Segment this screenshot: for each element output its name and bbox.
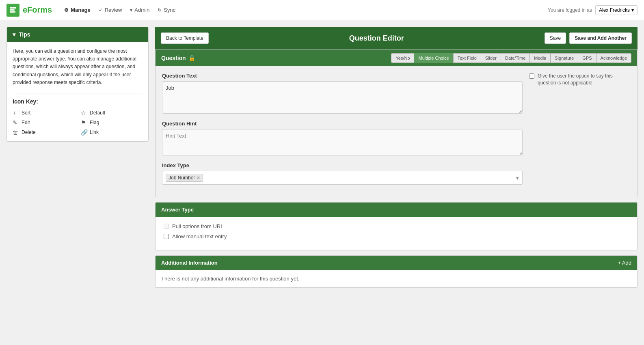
question-hint-input[interactable]	[162, 129, 523, 155]
save-add-another-button[interactable]: Save and Add Another	[569, 32, 632, 44]
na-option-group: Give the user the option to say this que…	[529, 73, 631, 86]
user-menu-button[interactable]: Alex Fredricks ▾	[595, 5, 638, 15]
icon-key-edit: ✎ Edit	[13, 119, 74, 126]
star-icon: ☆	[81, 110, 87, 116]
icon-key-title: Icon Key:	[13, 98, 143, 105]
tab-gps[interactable]: GPS	[578, 53, 596, 63]
tab-acknowledge[interactable]: Acknowledge	[596, 53, 631, 63]
na-label: Give the user the option to say this que…	[538, 73, 631, 86]
app-logo: eForms	[6, 4, 52, 17]
icon-key-sort: + Sort	[13, 110, 74, 116]
tab-yes-no[interactable]: Yes/No	[391, 53, 414, 63]
answer-type-body: Pull options from URL Allow manual text …	[156, 217, 637, 250]
question-text-input[interactable]: Job	[162, 81, 523, 114]
index-type-select[interactable]: Job Number ✕ ▾	[162, 171, 523, 185]
svg-rect-0	[10, 7, 16, 9]
question-hint-label: Question Hint	[162, 121, 523, 127]
pull-options-checkbox[interactable]	[164, 224, 169, 229]
question-body: Question Text Job Question Hint Index Ty…	[156, 66, 637, 197]
additional-info-header: Additional Information + Add	[156, 256, 637, 270]
tab-datetime[interactable]: Date/Time	[501, 53, 529, 63]
header-buttons: Save Save and Add Another	[545, 32, 632, 44]
top-nav: eForms ⚙ Manage ✓ Review ▾ Admin ↻ Sync …	[0, 0, 644, 20]
answer-type-header: Answer Type	[156, 203, 637, 217]
remove-tag-button[interactable]: ✕	[197, 175, 200, 181]
main-layout: ▾ Tips Here, you can edit a question and…	[0, 20, 644, 345]
sync-icon: ↻	[158, 7, 162, 13]
question-text-group: Question Text Job	[162, 73, 523, 115]
index-type-label: Index Type	[162, 162, 523, 168]
index-type-group: Index Type Job Number ✕ ▾	[162, 162, 523, 185]
pull-options-label: Pull options from URL	[172, 223, 223, 229]
icon-key-grid: + Sort ☆ Default ✎ Edit ⚑ Flag	[13, 110, 143, 136]
tab-multiple-choice[interactable]: Multiple Choice	[414, 53, 453, 63]
tips-text: Here, you can edit a question and config…	[13, 47, 143, 86]
pull-options-row: Pull options from URL	[164, 223, 629, 229]
answer-type-tabs: Yes/No Multiple Choice Text Field Slider…	[391, 53, 631, 63]
question-side: Give the user the option to say this que…	[529, 73, 631, 190]
question-section: Question 🔒 Yes/No Multiple Choice Text F…	[155, 50, 638, 197]
tips-body: Here, you can edit a question and config…	[7, 42, 148, 141]
nav-right: You are logged in as Alex Fredricks ▾	[548, 5, 638, 15]
dropdown-arrow-icon: ▾	[516, 175, 519, 181]
allow-manual-row: Allow manual text entry	[164, 233, 629, 239]
index-tag: Job Number ✕	[166, 174, 203, 182]
trash-icon: 🗑	[13, 129, 19, 136]
allow-manual-checkbox[interactable]	[164, 234, 169, 239]
question-section-title: Question 🔒	[161, 55, 195, 61]
icon-key-delete: 🗑 Delete	[13, 129, 74, 136]
nav-admin[interactable]: ▾ Admin	[130, 7, 149, 13]
chevron-down-icon: ▾	[130, 7, 132, 13]
tab-slider[interactable]: Slider	[481, 53, 501, 63]
nav-manage[interactable]: ⚙ Manage	[64, 7, 90, 13]
question-form: Question Text Job Question Hint Index Ty…	[162, 73, 523, 190]
editor-header: Back to Template Question Editor Save Sa…	[155, 27, 638, 50]
icon-key-flag: ⚑ Flag	[81, 119, 143, 126]
lock-icon: 🔒	[188, 55, 195, 61]
edit-icon: ✎	[13, 119, 19, 126]
save-button[interactable]: Save	[545, 32, 566, 44]
nav-links: ⚙ Manage ✓ Review ▾ Admin ↻ Sync	[64, 7, 548, 13]
content-area: Back to Template Question Editor Save Sa…	[155, 27, 638, 339]
nav-review[interactable]: ✓ Review	[99, 7, 122, 13]
tab-text-field[interactable]: Text Field	[453, 53, 481, 63]
sidebar: ▾ Tips Here, you can edit a question and…	[6, 27, 149, 339]
tips-panel: ▾ Tips Here, you can edit a question and…	[6, 27, 149, 142]
icon-key-link: 🔗 Link	[81, 129, 143, 136]
back-to-template-button[interactable]: Back to Template	[161, 32, 209, 44]
answer-type-section: Answer Type Pull options from URL Allow …	[155, 202, 638, 250]
gear-icon: ⚙	[64, 7, 69, 13]
check-icon: ✓	[99, 7, 103, 13]
tab-media[interactable]: Media	[529, 53, 550, 63]
chevron-down-icon: ▾	[631, 7, 634, 13]
question-section-header: Question 🔒 Yes/No Multiple Choice Text F…	[156, 50, 637, 66]
svg-rect-1	[10, 9, 15, 11]
additional-info-section: Additional Information + Add There is no…	[155, 255, 638, 288]
question-hint-group: Question Hint	[162, 121, 523, 157]
sort-icon: +	[13, 110, 19, 116]
nav-sync[interactable]: ↻ Sync	[158, 7, 175, 13]
additional-info-body: There is not any additional information …	[156, 270, 637, 287]
flag-icon: ⚑	[81, 119, 87, 126]
logo-icon	[6, 4, 19, 17]
editor-title: Question Editor	[209, 34, 545, 43]
na-checkbox[interactable]	[529, 73, 534, 79]
question-text-label: Question Text	[162, 73, 523, 79]
chevron-down-icon: ▾	[13, 31, 15, 38]
add-additional-info-button[interactable]: + Add	[618, 260, 631, 266]
icon-key-default: ☆ Default	[81, 110, 143, 116]
link-icon: 🔗	[81, 129, 87, 136]
allow-manual-label: Allow manual text entry	[172, 233, 227, 239]
tab-signature[interactable]: Signature	[550, 53, 578, 63]
svg-rect-2	[10, 11, 15, 13]
tips-header: ▾ Tips	[7, 27, 148, 42]
editor-header-bar: Back to Template Question Editor Save Sa…	[155, 27, 638, 50]
